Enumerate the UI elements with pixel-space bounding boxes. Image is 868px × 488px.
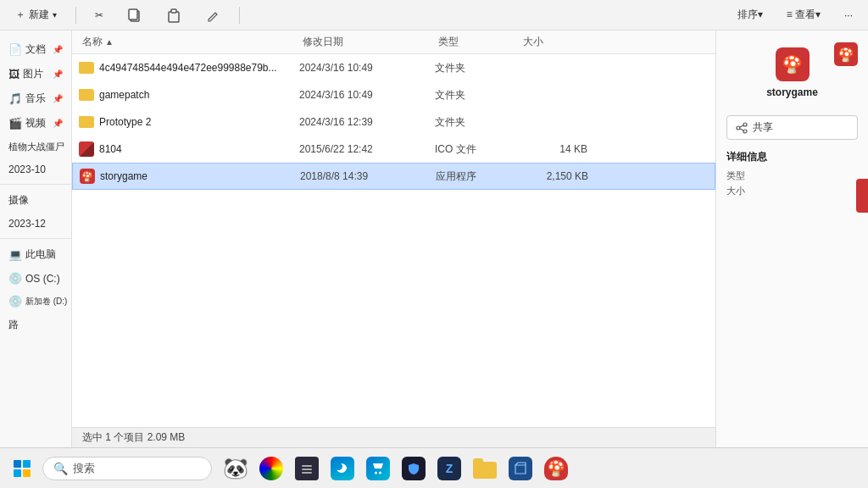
new-button[interactable]: ＋ 新建 ▾ [7, 4, 65, 25]
sidebar-item-2023-10[interactable]: 2023-10 [0, 158, 71, 180]
pc-icon: 💻 [8, 248, 22, 261]
sidebar-item-this-pc[interactable]: 💻 此电脑 [0, 242, 71, 267]
preview-filename: storygame [766, 86, 818, 98]
taskbar: 🔍 搜索 🐼 [0, 447, 868, 488]
windows-logo-icon [14, 460, 31, 477]
status-bar: 选中 1 个项目 2.09 MB [72, 427, 715, 447]
chevron-down-icon: ▾ [53, 10, 57, 19]
sidebar-item-pictures[interactable]: 🖼 图片 📌 [0, 62, 71, 86]
table-row[interactable]: gamepatch 2024/3/16 10:49 文件夹 [72, 81, 715, 108]
sort-button[interactable]: 排序▾ [729, 4, 771, 25]
drive-c-icon: 💿 [8, 272, 22, 285]
view-button[interactable]: ≡ 查看▾ [778, 4, 829, 25]
file-rows: 4c494748544e494e472ee99988e79b... 2024/3… [72, 54, 715, 427]
svg-point-6 [743, 130, 747, 133]
table-row[interactable]: 4c494748544e494e472ee99988e79b... 2024/3… [72, 54, 715, 81]
taskbar-app-panda[interactable]: 🐼 [219, 452, 253, 485]
share-icon [736, 122, 748, 134]
new-icon: ＋ [15, 8, 25, 22]
start-button[interactable] [7, 453, 37, 484]
sidebar-item-camera[interactable]: 摄像 [0, 188, 71, 213]
pictures-icon: 🖼 [8, 68, 19, 80]
toolbar: ＋ 新建 ▾ ✂ 排序▾ ≡ 查看▾ [0, 0, 868, 30]
search-icon: 🔍 [53, 462, 68, 475]
rename-icon [205, 8, 220, 23]
sidebar-divider [0, 184, 71, 185]
detail-section: 详细信息 类型 大小 [726, 150, 858, 200]
taskbar-app-z[interactable]: Z [432, 452, 466, 485]
table-row[interactable]: Prototype 2 2024/3/16 12:39 文件夹 [72, 108, 715, 136]
col-header-size[interactable]: 大小 [520, 31, 587, 53]
store-icon [366, 457, 390, 480]
content-area: 📄 文档 📌 🖼 图片 📌 🎵 音乐 📌 🎬 视频 📌 植物大战僵尸 [0, 30, 868, 447]
preview-app-icon: 🍄 [776, 47, 810, 81]
sidebar-item-d-drive[interactable]: 💿 新加卷 (D:) [0, 290, 71, 313]
taskbar-app-layers[interactable] [290, 452, 324, 485]
folder-icon [79, 62, 94, 74]
edge-icon [331, 457, 354, 480]
folder-taskbar-icon [473, 458, 497, 479]
panda-icon: 🐼 [223, 457, 248, 480]
taskbar-app-mushroom[interactable]: 🍄 [539, 452, 573, 485]
taskbar-app-folder[interactable] [468, 452, 502, 485]
taskbar-app-store[interactable] [361, 452, 395, 485]
pin-icon: 📌 [53, 45, 63, 54]
shield-icon [402, 457, 426, 480]
table-row-selected[interactable]: 🍄 storygame 2018/8/8 14:39 应用程序 2,150 KB [72, 163, 715, 190]
videos-icon: 🎬 [8, 117, 22, 130]
sidebar-item-videos[interactable]: 🎬 视频 📌 [0, 111, 71, 136]
detail-title: 详细信息 [726, 150, 858, 164]
separator2 [239, 7, 240, 24]
rename-button[interactable] [197, 4, 229, 26]
right-panel: 🍄 🍄 storygame 共享 详细信息 类型 大小 [715, 30, 868, 447]
svg-point-12 [375, 471, 377, 474]
taskbar-app-colorful[interactable] [254, 452, 288, 485]
taskbar-app-explorer[interactable] [504, 452, 537, 485]
share-button[interactable]: 共享 [726, 115, 858, 140]
edge-hint [856, 179, 868, 213]
svg-rect-3 [171, 9, 176, 13]
sidebar-item-documents[interactable]: 📄 文档 📌 [0, 37, 71, 62]
color-wheel-icon [259, 457, 283, 480]
sidebar-item-plants[interactable]: 植物大战僵尸 [0, 136, 71, 158]
search-placeholder: 搜索 [73, 461, 95, 476]
taskbar-search[interactable]: 🔍 搜索 [42, 457, 212, 480]
copy-button[interactable] [119, 4, 151, 26]
svg-point-13 [379, 471, 381, 474]
detail-type-label: 类型 [726, 169, 858, 182]
col-header-date[interactable]: 修改日期 [299, 31, 435, 53]
drive-d-icon: 💿 [8, 295, 22, 308]
sidebar-item-music[interactable]: 🎵 音乐 📌 [0, 86, 71, 111]
separator [75, 7, 76, 24]
sidebar-item-2023-12[interactable]: 2023-12 [0, 213, 71, 235]
taskbar-app-shield[interactable] [397, 452, 431, 485]
svg-rect-2 [169, 12, 179, 22]
sidebar-item-path[interactable]: 路 [0, 313, 71, 337]
svg-rect-9 [302, 465, 312, 467]
taskbar-app-edge[interactable] [326, 452, 359, 485]
svg-rect-1 [129, 9, 137, 19]
app-icon: 🍄 [80, 169, 95, 184]
cut-button[interactable]: ✂ [86, 6, 112, 25]
col-header-type[interactable]: 类型 [435, 31, 520, 53]
sort-arrow-icon: ▲ [105, 37, 114, 47]
pin-icon2: 📌 [53, 69, 63, 79]
taskbar-apps: 🐼 [219, 452, 573, 485]
paste-button[interactable] [158, 4, 190, 26]
col-header-name[interactable]: 名称 ▲ [79, 31, 299, 53]
paste-icon [166, 8, 181, 23]
explorer-icon [509, 457, 532, 480]
more-button[interactable]: ··· [836, 6, 861, 25]
documents-icon: 📄 [8, 43, 22, 56]
table-row[interactable]: 8104 2015/6/22 12:42 ICO 文件 14 KB [72, 136, 715, 163]
pin-icon4: 📌 [53, 119, 63, 128]
sidebar-item-c-drive[interactable]: 💿 OS (C:) [0, 267, 71, 290]
pin-icon3: 📌 [53, 94, 63, 103]
svg-rect-10 [302, 469, 312, 470]
ico-icon [79, 141, 94, 157]
file-list-area: 名称 ▲ 修改日期 类型 大小 4c49 [72, 30, 715, 447]
svg-point-5 [737, 126, 740, 130]
status-text: 选中 1 个项目 2.09 MB [82, 430, 185, 445]
corner-app-icon: 🍄 [834, 42, 858, 66]
z-app-icon: Z [437, 457, 461, 480]
